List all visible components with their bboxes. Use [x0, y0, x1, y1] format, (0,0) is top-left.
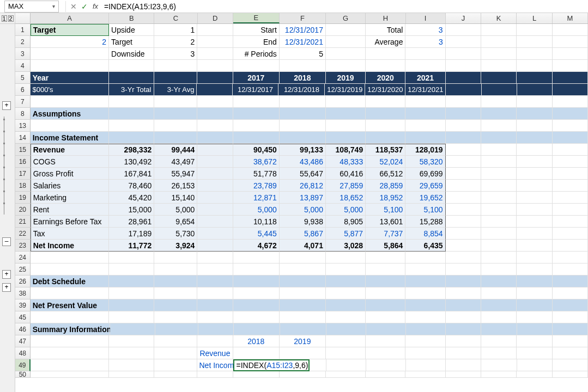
- cell[interactable]: [446, 108, 481, 120]
- cell[interactable]: [446, 180, 481, 192]
- cell[interactable]: [326, 299, 366, 311]
- cell-B3[interactable]: Downside: [109, 48, 154, 60]
- cell[interactable]: 66,512: [366, 168, 405, 180]
- cell-E3[interactable]: # Periods: [233, 48, 280, 60]
- cell[interactable]: [553, 311, 588, 323]
- cell[interactable]: [197, 168, 233, 180]
- cell-I2[interactable]: 3: [405, 36, 445, 48]
- cell[interactable]: [405, 120, 445, 132]
- cell[interactable]: [481, 323, 517, 335]
- cell[interactable]: [109, 60, 154, 72]
- cell[interactable]: [197, 371, 233, 378]
- cell[interactable]: 4,672: [233, 240, 280, 252]
- cell[interactable]: [310, 359, 327, 371]
- cell[interactable]: Rent: [31, 204, 109, 216]
- row-header[interactable]: 3: [15, 48, 31, 60]
- cell[interactable]: [481, 371, 517, 378]
- cell-A2[interactable]: 2: [31, 36, 109, 48]
- fx-icon[interactable]: fx: [90, 1, 101, 12]
- cell[interactable]: [517, 323, 553, 335]
- cell[interactable]: [109, 96, 154, 108]
- cell[interactable]: 9,654: [154, 216, 197, 228]
- cell[interactable]: [366, 264, 405, 275]
- row-header[interactable]: 50: [15, 371, 31, 378]
- cell[interactable]: [197, 96, 233, 108]
- col-header-G[interactable]: G: [326, 13, 366, 23]
- cell[interactable]: [280, 323, 326, 335]
- cell-I5[interactable]: 2021: [405, 72, 445, 84]
- cell[interactable]: [233, 275, 280, 287]
- cell[interactable]: [233, 108, 280, 120]
- outline-expand-button[interactable]: +: [2, 283, 11, 292]
- cell[interactable]: 118,537: [366, 144, 405, 156]
- cell[interactable]: [553, 132, 588, 144]
- cell[interactable]: [109, 311, 154, 323]
- col-header-C[interactable]: C: [154, 13, 197, 23]
- cell[interactable]: [517, 84, 553, 96]
- cell-C3[interactable]: 3: [154, 48, 197, 60]
- cell[interactable]: [197, 311, 233, 323]
- cell[interactable]: [366, 252, 405, 264]
- cell[interactable]: [154, 60, 197, 72]
- cell[interactable]: Net Income: [31, 240, 109, 252]
- cell[interactable]: 5,730: [154, 228, 197, 240]
- cell[interactable]: [280, 347, 326, 359]
- col-header-M[interactable]: M: [553, 13, 588, 23]
- cell[interactable]: [110, 323, 155, 335]
- cell[interactable]: [553, 287, 588, 299]
- cell[interactable]: [481, 60, 517, 72]
- cell[interactable]: [197, 156, 233, 168]
- col-header-I[interactable]: I: [406, 13, 446, 23]
- col-header-L[interactable]: L: [517, 13, 552, 23]
- cell[interactable]: 7,737: [366, 228, 405, 240]
- cell[interactable]: [197, 180, 233, 192]
- cell[interactable]: 5,864: [366, 240, 405, 252]
- cell[interactable]: [326, 335, 366, 347]
- cell[interactable]: [280, 96, 326, 108]
- cell[interactable]: [446, 72, 481, 84]
- cell-H6[interactable]: 12/31/2020: [365, 84, 405, 96]
- cell[interactable]: [198, 323, 234, 335]
- cell[interactable]: [553, 108, 588, 120]
- cell[interactable]: [233, 347, 280, 359]
- cell[interactable]: [366, 48, 405, 60]
- cell[interactable]: [446, 84, 481, 96]
- cell[interactable]: [517, 371, 552, 378]
- cell[interactable]: [553, 192, 588, 204]
- cell[interactable]: [446, 216, 481, 228]
- cell[interactable]: [109, 335, 154, 347]
- row-header[interactable]: 39: [15, 299, 31, 311]
- cell[interactable]: [326, 132, 366, 144]
- cell[interactable]: [553, 335, 588, 347]
- cell[interactable]: [109, 359, 154, 371]
- cell[interactable]: 5,000: [326, 204, 366, 216]
- cell[interactable]: [197, 335, 233, 347]
- cell-E5[interactable]: 2017: [233, 72, 280, 84]
- cell[interactable]: [517, 60, 552, 72]
- cell[interactable]: [553, 36, 588, 48]
- cell[interactable]: [197, 264, 233, 275]
- cell[interactable]: [233, 252, 280, 264]
- cell-E2[interactable]: End: [233, 36, 280, 48]
- cell[interactable]: [481, 36, 517, 48]
- cell[interactable]: [481, 180, 517, 192]
- cell[interactable]: [517, 36, 552, 48]
- row-header[interactable]: 25: [15, 264, 31, 275]
- cell[interactable]: [446, 144, 481, 156]
- cell-A5[interactable]: Year: [31, 72, 109, 84]
- cell[interactable]: 167,841: [109, 168, 154, 180]
- cell[interactable]: [31, 347, 109, 359]
- cell-F3[interactable]: 5: [280, 48, 326, 60]
- cell[interactable]: 99,444: [154, 144, 197, 156]
- cell[interactable]: [517, 72, 552, 84]
- cell[interactable]: 8,854: [405, 228, 445, 240]
- cell[interactable]: [154, 359, 197, 371]
- cell[interactable]: [197, 132, 233, 144]
- cell[interactable]: [517, 311, 552, 323]
- cell[interactable]: [109, 132, 154, 144]
- cell[interactable]: [517, 240, 552, 252]
- cell[interactable]: [553, 120, 588, 132]
- cell[interactable]: [446, 120, 481, 132]
- cell[interactable]: [481, 287, 517, 299]
- cell[interactable]: [326, 108, 366, 120]
